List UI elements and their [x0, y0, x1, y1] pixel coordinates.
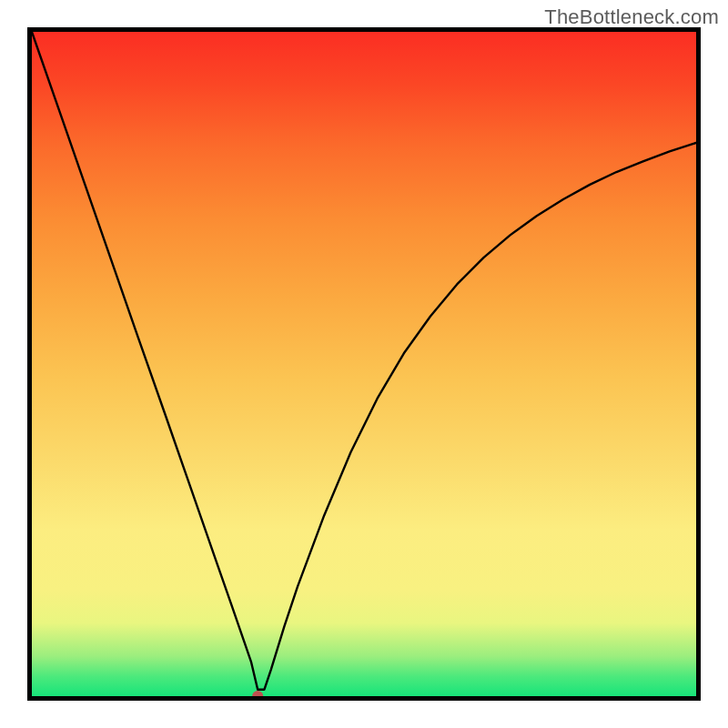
bottleneck-curve: [32, 32, 696, 690]
plot-border: [27, 27, 701, 701]
plot-outer: [0, 0, 728, 728]
minimum-marker: [252, 691, 263, 696]
chart-svg: [32, 32, 696, 696]
chart-frame: TheBottleneck.com: [0, 0, 728, 728]
